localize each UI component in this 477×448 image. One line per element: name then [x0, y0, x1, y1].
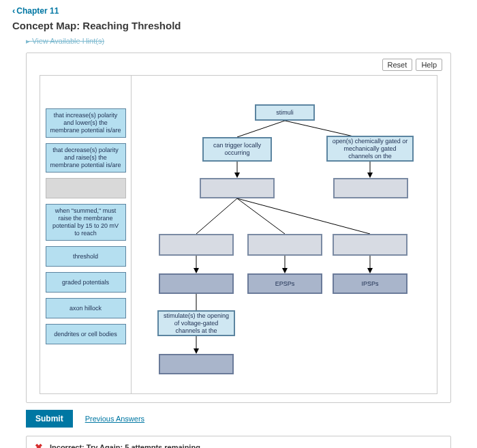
chapter-back-link[interactable]: ‹Chapter 11 [0, 0, 477, 17]
drop-slot[interactable] [159, 273, 234, 294]
chapter-label: Chapter 11 [16, 6, 59, 16]
concept-map-canvas: stimuli can trigger locally occurring op… [132, 76, 438, 395]
palette-tile[interactable]: graded potentials [46, 272, 126, 293]
svg-line-0 [237, 121, 285, 137]
drop-slot[interactable] [333, 178, 408, 198]
hints-toggle[interactable]: ▸ View Available Hint(s) [0, 37, 477, 48]
svg-line-5 [237, 198, 285, 234]
svg-line-6 [237, 198, 370, 234]
tile-palette: that increase(s) polarity and lower(s) t… [40, 76, 132, 393]
palette-tile[interactable]: threshold [46, 246, 126, 267]
arrow-right-icon: ▸ [26, 37, 30, 45]
concept-map-stage: that increase(s) polarity and lower(s) t… [40, 75, 437, 394]
activity-panel: Reset Help that increase(s) polarity and… [26, 53, 451, 403]
submit-button[interactable]: Submit [26, 410, 73, 428]
palette-tile[interactable]: that increase(s) polarity and lower(s) t… [46, 108, 126, 138]
svg-line-4 [196, 198, 237, 234]
panel-toolbar: Reset Help [33, 59, 444, 75]
palette-tile[interactable]: axon hillock [46, 298, 126, 318]
reset-button[interactable]: Reset [382, 59, 413, 71]
chevron-left-icon: ‹ [12, 5, 15, 16]
drop-slot[interactable] [159, 354, 234, 374]
drop-slot[interactable] [200, 178, 275, 198]
svg-line-1 [285, 121, 356, 137]
node-stimulate[interactable]: stimulate(s) the opening of voltage-gate… [157, 310, 235, 336]
drop-slot[interactable] [159, 234, 234, 256]
palette-tile[interactable]: that decrease(s) polarity and raise(s) t… [46, 143, 126, 173]
node-stimuli[interactable]: stimuli [255, 104, 315, 121]
drop-slot[interactable] [247, 234, 322, 256]
hints-label: View Available Hint(s) [32, 37, 104, 45]
previous-answers-link[interactable]: Previous Answers [85, 415, 144, 423]
palette-tile-empty[interactable] [46, 178, 126, 198]
feedback-text: Incorrect; Try Again; 5 attempts remaini… [50, 443, 200, 448]
node-open-channels[interactable]: open(s) chemically gated or mechanically… [326, 136, 414, 162]
node-ipsps[interactable]: IPSPs [333, 273, 407, 294]
page-title: Concept Map: Reaching Threshold [0, 17, 477, 37]
node-epsps[interactable]: EPSPs [247, 273, 322, 294]
feedback-banner: ✖ Incorrect; Try Again; 5 attempts remai… [26, 436, 451, 448]
footer-actions: Submit Previous Answers [26, 410, 451, 428]
drop-slot[interactable] [333, 234, 407, 256]
incorrect-icon: ✖ [35, 442, 43, 448]
help-button[interactable]: Help [416, 59, 442, 71]
node-trigger[interactable]: can trigger locally occurring [202, 137, 272, 162]
palette-tile[interactable]: dendrites or cell bodies [46, 324, 126, 344]
palette-tile[interactable]: when "summed," must raise the membrane p… [46, 204, 126, 241]
